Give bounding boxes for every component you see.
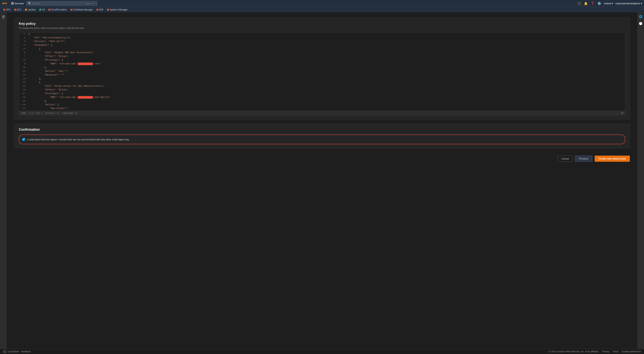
code-line[interactable]: 9 "AWS": "arn:aws:iam:: :root": [19, 62, 625, 66]
error-circle-icon: ⊘: [45, 112, 46, 114]
bookmark-cloudformation-icon: [48, 9, 50, 10]
line-number: 12: [19, 73, 27, 76]
code-content: "Statement": [: [27, 44, 625, 47]
svg-text:aws: aws: [2, 2, 7, 5]
search-icon: 🔍: [28, 2, 31, 5]
terminal-icon[interactable]: ⬛: [577, 1, 582, 5]
bookmark-vpc[interactable]: VPC: [2, 8, 12, 11]
code-content: "Effect": "Allow",: [27, 55, 625, 58]
search-bar[interactable]: 🔍 [Option+S]: [26, 1, 97, 5]
warning-icon: ⚠: [61, 112, 62, 114]
code-line[interactable]: 12 "Resource": "*": [19, 73, 625, 77]
line-number: 16: [19, 88, 27, 91]
code-line[interactable]: 18 "AWS": "arn:aws:iam:: :user/martoc": [19, 96, 625, 100]
bookmark-cloudformation[interactable]: CloudFormation: [47, 8, 68, 11]
code-line[interactable]: 21 "kms:Create*",: [19, 107, 625, 111]
editor-settings-icon[interactable]: ⚙: [622, 112, 623, 115]
code-line[interactable]: ▾20 "Action": [: [19, 103, 625, 107]
bookmark-lambda[interactable]: Lambda: [24, 8, 37, 11]
bookmark-ec2-label: EC2: [17, 8, 21, 11]
line-number: 19: [19, 100, 27, 102]
code-content: },: [27, 100, 625, 103]
footer-right: © 2024, Amazon Web Services, Inc. or its…: [548, 350, 641, 353]
fold-arrow-icon[interactable]: ▾: [22, 104, 22, 106]
sidebar-right-clock-icon[interactable]: 🕐: [638, 21, 643, 26]
code-line[interactable]: 16 "Effect": "Allow",: [19, 88, 625, 92]
code-line[interactable]: 13 },: [19, 77, 625, 81]
bookmark-iam[interactable]: IAM: [95, 8, 104, 11]
bookmark-ec2[interactable]: EC2: [13, 8, 23, 11]
bookmark-iam-icon: [96, 9, 98, 10]
fold-arrow-icon[interactable]: ▾: [22, 48, 24, 50]
feedback-link[interactable]: Feedback: [21, 350, 31, 353]
code-editor[interactable]: ▾1{2 "Id": "key-consolepolicy-3",3 "Vers…: [19, 32, 625, 115]
line-number: 2: [19, 36, 27, 39]
bookmark-s3[interactable]: S3: [38, 8, 46, 11]
line-number: 9: [19, 62, 27, 65]
code-content: },: [27, 66, 625, 69]
previous-button[interactable]: Previous: [575, 156, 592, 162]
code-line[interactable]: 19 },: [19, 100, 625, 103]
sidebar-right: 🌐 🕐: [637, 12, 644, 349]
user-menu[interactable]: martoc@nebulaobjects ▾: [615, 2, 642, 5]
help-icon[interactable]: ❓: [590, 1, 595, 5]
bookmark-ec2-icon: [14, 9, 16, 10]
bookmark-systems-manager[interactable]: Systems Manager: [106, 8, 129, 11]
fold-arrow-icon[interactable]: ▾: [22, 59, 24, 61]
code-content: "kms:Create*",: [27, 107, 625, 110]
fold-arrow-icon[interactable]: ▾: [22, 33, 24, 35]
search-input[interactable]: [32, 2, 83, 5]
code-line[interactable]: ▾14 {: [19, 81, 625, 85]
region-chevron-icon: ▾: [612, 2, 613, 5]
bookmark-vpc-label: VPC: [6, 8, 10, 11]
aws-logo-icon[interactable]: aws: [2, 1, 8, 5]
cookie-preferences-link[interactable]: Cookie preferences: [622, 350, 641, 353]
code-line[interactable]: 15 "Sid": "Allow access for Key Administ…: [19, 85, 625, 88]
bell-icon[interactable]: 🔔: [584, 1, 588, 5]
line-number: ▾8: [19, 59, 27, 61]
fold-arrow-icon[interactable]: ▾: [22, 81, 22, 83]
code-line[interactable]: ▾17 "Principal": {: [19, 92, 625, 96]
bookmark-cert-manager[interactable]: Certificate Manager: [69, 8, 94, 11]
code-line[interactable]: ▾8 "Principal": {: [19, 59, 625, 62]
terms-link[interactable]: Terms: [612, 350, 619, 353]
services-menu-button[interactable]: Services: [10, 2, 25, 5]
confirmation-checkbox[interactable]: [22, 138, 25, 141]
code-line[interactable]: ▾1{: [19, 32, 625, 36]
code-line[interactable]: ▾4 "Statement": [: [19, 44, 625, 47]
code-line[interactable]: 11 "Action": "kms:*",: [19, 70, 625, 73]
line-number: ▾4: [19, 44, 27, 46]
fold-arrow-icon[interactable]: ▾: [22, 44, 24, 46]
hamburger-menu-button[interactable]: ☰: [1, 14, 6, 20]
code-content: "Action": "kms:*",: [27, 70, 625, 73]
statusbar-errors: ⊘ Errors: 0: [45, 112, 58, 114]
code-line[interactable]: 2 "Id": "key-consolepolicy-3",: [19, 36, 625, 40]
sidebar-right-globe-icon[interactable]: 🌐: [638, 14, 643, 19]
code-line[interactable]: 7 "Effect": "Allow",: [19, 55, 625, 59]
create-replica-keys-button[interactable]: Create new replica keys: [594, 156, 630, 162]
confirmation-text[interactable]: I understand that the values I choose he…: [27, 138, 130, 141]
key-policy-subtitle: To change this policy, return to previou…: [19, 27, 625, 29]
cancel-button[interactable]: Cancel: [558, 156, 573, 162]
confirmation-section: Confirmation I understand that the value…: [14, 124, 630, 148]
fold-arrow-icon[interactable]: ▾: [22, 92, 22, 95]
line-number: 18: [19, 96, 27, 98]
top-nav: aws Services 🔍 [Option+S] ⬛ 🔔 ❓ ⚙️ Irela…: [0, 0, 644, 7]
code-content: "Sid": "Allow access for Key Administrat…: [27, 85, 625, 88]
code-line[interactable]: 3 "Version": "2012-10-17",: [19, 40, 625, 44]
privacy-link[interactable]: Privacy: [602, 350, 610, 353]
code-line[interactable]: 6 "Sid": "Enable IAM User Permissions",: [19, 51, 625, 55]
cloudshell-button[interactable]: >_ CloudShell: [3, 350, 19, 353]
confirmation-checkbox-row: I understand that the values I choose he…: [19, 135, 625, 144]
bookmark-iam-label: IAM: [99, 8, 103, 11]
region-label: Ireland: [604, 2, 611, 5]
settings-icon[interactable]: ⚙️: [597, 1, 602, 5]
cloudshell-label: CloudShell: [8, 350, 19, 353]
code-content: "Principal": {: [27, 92, 625, 95]
region-selector[interactable]: Ireland ▾: [604, 2, 613, 5]
line-number: 10: [19, 66, 27, 69]
code-line[interactable]: 10 },: [19, 66, 625, 70]
code-line[interactable]: ▾5 {: [19, 47, 625, 51]
code-content: {: [27, 81, 625, 84]
code-content: "AWS": "arn:aws:iam:: :user/martoc": [27, 96, 625, 99]
